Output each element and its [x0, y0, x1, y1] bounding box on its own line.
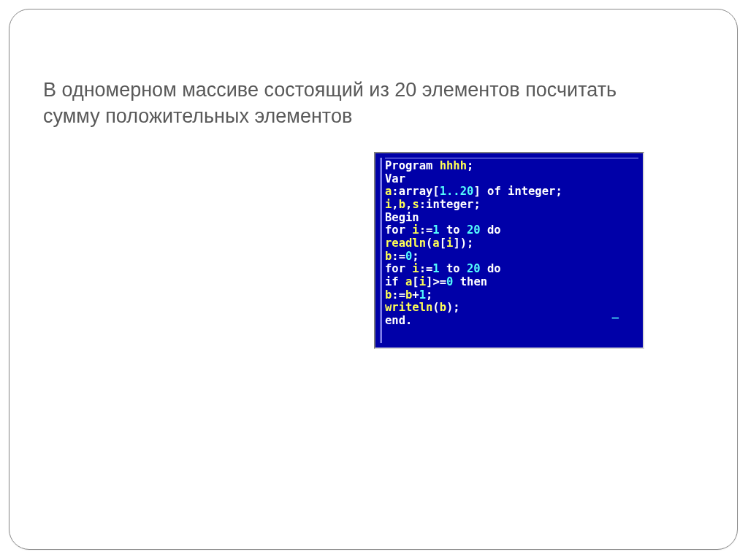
kw-of: of [481, 185, 508, 198]
id-b: b [399, 198, 405, 211]
kw-to: to [440, 262, 467, 275]
kw-then: then [453, 275, 487, 288]
paren-open: ( [426, 237, 432, 250]
code-window: Program hhhh; Var a:array[1..20] of inte… [374, 152, 644, 349]
br-close: ] [453, 237, 459, 250]
code-block: Program hhhh; Var a:array[1..20] of inte… [385, 160, 638, 328]
num-20: 20 [467, 262, 481, 275]
br-open: [ [412, 275, 419, 288]
cursor-icon: — [612, 312, 618, 325]
num-1: 1 [419, 288, 426, 302]
kw-to: to [440, 223, 467, 237]
id-i: i [385, 198, 392, 211]
semi: ; [467, 237, 473, 250]
assign: := [392, 288, 405, 302]
semi: ; [412, 250, 419, 263]
kw-for: for [385, 262, 412, 275]
colon: : [392, 185, 398, 198]
kw-do: do [481, 223, 501, 237]
semi: ; [467, 159, 473, 172]
id-i: i [412, 262, 419, 275]
slide-frame: В одномерном массиве состоящий из 20 эле… [9, 9, 738, 550]
semi: ; [555, 185, 562, 198]
kw-for: for [385, 223, 412, 237]
code-inner: Program hhhh; Var a:array[1..20] of inte… [380, 158, 638, 343]
kw-if: if [385, 275, 405, 288]
id-b: b [385, 288, 392, 302]
kw-do: do [481, 262, 501, 275]
num-1: 1 [432, 262, 439, 275]
br-open: [ [440, 237, 446, 250]
num-1: 1 [432, 223, 439, 237]
id-a: a [385, 185, 392, 198]
kw-end: end [385, 314, 405, 327]
semi: ; [473, 198, 480, 211]
paren-close: ) [446, 301, 453, 314]
call-readln: readln [385, 237, 426, 250]
assign: := [419, 223, 433, 237]
dot: . [405, 314, 412, 327]
call-writeln: writeln [385, 301, 432, 314]
plus: + [412, 288, 419, 302]
id-i: i [446, 237, 453, 250]
id-s: s [412, 198, 419, 211]
colon: : [419, 198, 426, 211]
num-0: 0 [405, 250, 412, 263]
comma: , [392, 198, 398, 211]
kw-program: Program [385, 159, 432, 172]
slide-heading: В одномерном массиве состоящий из 20 эле… [43, 77, 642, 130]
kw-array: array [399, 185, 433, 198]
gte: >= [432, 275, 446, 288]
id-b: b [405, 288, 412, 302]
id-a: a [405, 275, 412, 288]
kw-begin: Begin [385, 211, 419, 224]
assign: := [419, 262, 433, 275]
comma: , [405, 198, 412, 211]
num-range: 1..20 [440, 185, 474, 198]
id-b: b [440, 301, 446, 314]
divider-line [385, 158, 638, 158]
id-i: i [412, 223, 419, 237]
id-a: a [432, 237, 439, 250]
type-integer: integer [426, 198, 473, 211]
kw-var: Var [385, 172, 405, 185]
paren-open: ( [432, 301, 439, 314]
semi: ; [453, 301, 459, 314]
id-progname: hhhh [432, 159, 467, 172]
type-integer: integer [508, 185, 555, 198]
id-b: b [385, 250, 392, 263]
br-open: [ [432, 185, 439, 198]
id-i: i [419, 275, 426, 288]
num-0: 0 [446, 275, 453, 288]
num-20: 20 [467, 223, 481, 237]
br-close: ] [426, 275, 432, 288]
br-close: ] [473, 185, 480, 198]
paren-close: ) [460, 237, 467, 250]
semi: ; [426, 288, 432, 302]
assign: := [392, 250, 405, 263]
